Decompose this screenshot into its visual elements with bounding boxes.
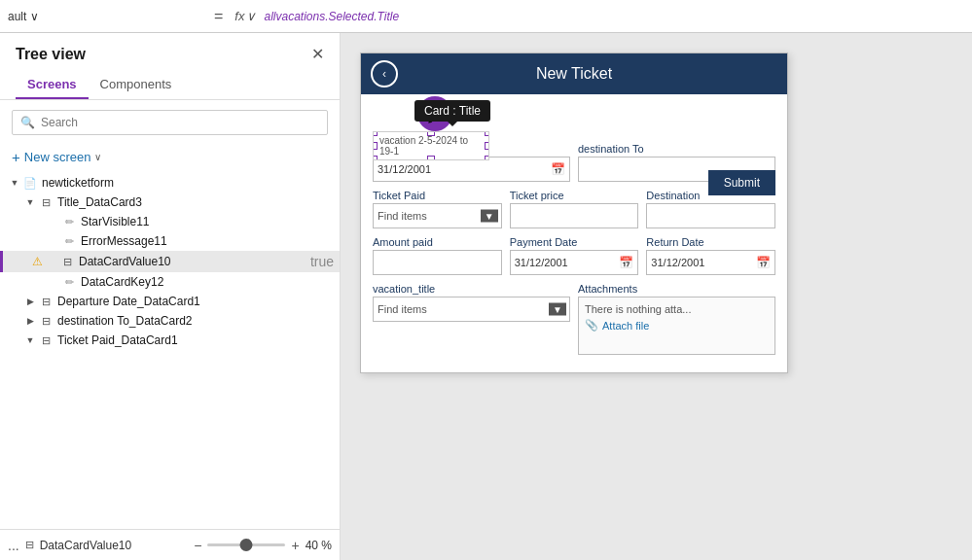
return-date-col: Return Date 31/12/2001 📅 [646, 236, 775, 275]
tree-item-title-datacard3[interactable]: ▼ ⊟ Title_DataCard3 [0, 192, 340, 212]
bottom-menu-icon[interactable]: ... [8, 538, 19, 553]
edit-icon: ✏ [60, 276, 78, 289]
tree-label-datacardkey12: DataCardKey12 [81, 275, 340, 289]
resize-handle-ml[interactable] [373, 142, 378, 150]
app-card-header: ‹ New Ticket [361, 53, 787, 94]
paperclip-icon: 📎 [585, 319, 598, 332]
bottom-bar: ... ⊟ DataCardValue10 − + 40 % [0, 529, 340, 560]
tree-item-datacardkey12[interactable]: ✏ DataCardKey12 [0, 272, 340, 292]
tooltip-box: Card : Title [414, 100, 490, 122]
datacard-icon: ⊟ [37, 334, 54, 347]
search-input[interactable] [41, 116, 319, 129]
chevron-right-icon[interactable]: ▶ [23, 316, 37, 326]
tree-item-menu-icon[interactable]: true [305, 254, 340, 269]
ticket-price-col: Ticket price [510, 190, 639, 228]
attach-file-row[interactable]: 📎 Attach file [585, 319, 769, 332]
ticket-paid-col: Ticket Paid Find items ▼ [373, 190, 502, 228]
destination-input[interactable] [646, 203, 775, 228]
bottom-card-icon: ⊟ [25, 539, 34, 551]
fx-button[interactable]: fx ∨ [234, 9, 256, 23]
vault-chevron-icon: ∨ [30, 10, 39, 23]
resize-handle-bl[interactable] [373, 156, 378, 160]
resize-handle-tl[interactable] [373, 131, 378, 136]
fx-chevron-icon: ∨ [246, 9, 256, 23]
sidebar-title: Tree view [16, 46, 86, 63]
attachments-col: Attachments There is nothing atta... 📎 A… [578, 283, 775, 355]
back-button[interactable]: ‹ [371, 60, 398, 88]
resize-handle-bm[interactable] [427, 156, 435, 160]
tab-screens[interactable]: Screens [16, 71, 89, 99]
resize-handle-mr[interactable] [485, 142, 489, 150]
canvas-area: ‹ New Ticket Card : Title vacation 2-5-2… [341, 33, 972, 560]
sidebar-header: Tree view ✕ [0, 33, 340, 63]
destination-col: Destination [646, 190, 775, 228]
return-date-input[interactable]: 31/12/2001 📅 [646, 250, 775, 275]
payment-date-label: Payment Date [510, 236, 639, 248]
tab-components[interactable]: Components [89, 71, 184, 99]
tree-item-starvisible11[interactable]: ✏ StarVisible11 [0, 212, 340, 231]
payment-date-value: 31/12/2001 [515, 257, 568, 268]
resize-handle-br[interactable] [485, 156, 489, 160]
zoom-slider[interactable] [207, 543, 285, 546]
amount-paid-input[interactable] [373, 250, 502, 275]
zoom-minus-button[interactable]: − [194, 538, 201, 553]
tree-item-destination-to-datacard2[interactable]: ▶ ⊟ destination To_DataCard2 [0, 311, 340, 331]
payment-date-input[interactable]: 31/12/2001 📅 [510, 250, 639, 275]
tree-content: ▼ 📄 newticketform ▼ ⊟ Title_DataCard3 ✏ … [0, 173, 340, 529]
page-icon: 📄 [21, 177, 39, 190]
ticket-paid-select[interactable]: Find items [373, 203, 502, 228]
chevron-down-icon[interactable]: ▼ [23, 197, 37, 207]
app-card-title: New Ticket [373, 65, 775, 83]
tree-item-departure-date-datacard1[interactable]: ▶ ⊟ Departure Date_DataCard1 [0, 292, 340, 311]
fx-label: fx [234, 9, 244, 23]
ticket-price-label: Ticket price [510, 190, 639, 201]
zoom-level-label: 40 % [306, 539, 332, 552]
sidebar-close-button[interactable]: ✕ [311, 45, 324, 63]
app-card: ‹ New Ticket Card : Title vacation 2-5-2… [360, 52, 788, 373]
ticket-paid-label: Ticket Paid [373, 190, 502, 201]
departure-date-value: 31/12/2001 [378, 163, 431, 175]
sidebar-tabs: Screens Components [0, 63, 340, 100]
attachments-box[interactable]: There is nothing atta... 📎 Attach file [578, 297, 775, 355]
return-date-value: 31/12/2001 [651, 257, 704, 268]
submit-button[interactable]: Submit [708, 170, 775, 195]
no-attach-text: There is nothing atta... [585, 303, 769, 315]
new-screen-label: New screen [24, 150, 91, 164]
formula-text[interactable]: allvacations.Selected.Title [264, 10, 964, 23]
vacation-title-select[interactable]: Find items [373, 297, 570, 322]
chevron-down-icon[interactable]: ▼ [23, 335, 37, 345]
amount-paid-col: Amount paid [373, 236, 502, 275]
tree-label-datacardvalue10: DataCardValue10 [79, 255, 305, 268]
tree-item-errormessage11[interactable]: ✏ ErrorMessage11 [0, 231, 340, 251]
tree-item-datacardvalue10[interactable]: ⚠ ⊟ DataCardValue10 true [0, 251, 340, 272]
tree-label-departure-date: Departure Date_DataCard1 [57, 295, 340, 308]
search-box: 🔍 [12, 110, 328, 135]
form-row-4: vacation_title Find items ▼ Attachments … [373, 283, 775, 355]
resize-handle-tr[interactable] [485, 131, 489, 136]
vacation-title-select-wrap: Find items ▼ [373, 297, 570, 322]
tree-label-destination-to: destination To_DataCard2 [57, 314, 340, 328]
search-icon: 🔍 [20, 116, 35, 129]
zoom-slider-thumb [240, 539, 253, 551]
datacard2-icon: ⊟ [58, 256, 76, 268]
zoom-controls: − + 40 % [194, 538, 332, 553]
datacard-icon: ⊟ [37, 196, 54, 209]
tree-item-newticketform[interactable]: ▼ 📄 newticketform [0, 173, 340, 192]
form-row-3: Amount paid Payment Date 31/12/2001 📅 Re… [373, 236, 775, 275]
ticket-price-input[interactable] [510, 203, 639, 228]
vacation-title-label: vacation_title [373, 283, 570, 295]
calendar-icon: 📅 [551, 162, 565, 176]
selected-card-label[interactable]: vacation 2-5-2024 to 19-1 [373, 131, 489, 160]
vault-selector[interactable]: ault ∨ [8, 10, 202, 23]
formula-bar: ault ∨ = fx ∨ allvacations.Selected.Titl… [0, 0, 972, 33]
chevron-down-icon[interactable]: ▼ [8, 178, 21, 188]
return-calendar-icon: 📅 [756, 256, 771, 269]
payment-date-col: Payment Date 31/12/2001 📅 [510, 236, 639, 275]
tree-item-ticket-paid-datacard[interactable]: ▼ ⊟ Ticket Paid_DataCard1 [0, 331, 340, 350]
resize-handle-tm[interactable] [427, 131, 435, 136]
tree-label-ticket-paid: Ticket Paid_DataCard1 [57, 333, 340, 347]
datacard-icon: ⊟ [37, 315, 54, 328]
chevron-right-icon[interactable]: ▶ [23, 297, 37, 306]
new-screen-row[interactable]: + New screen ∨ [0, 145, 340, 173]
zoom-plus-button[interactable]: + [291, 538, 299, 553]
